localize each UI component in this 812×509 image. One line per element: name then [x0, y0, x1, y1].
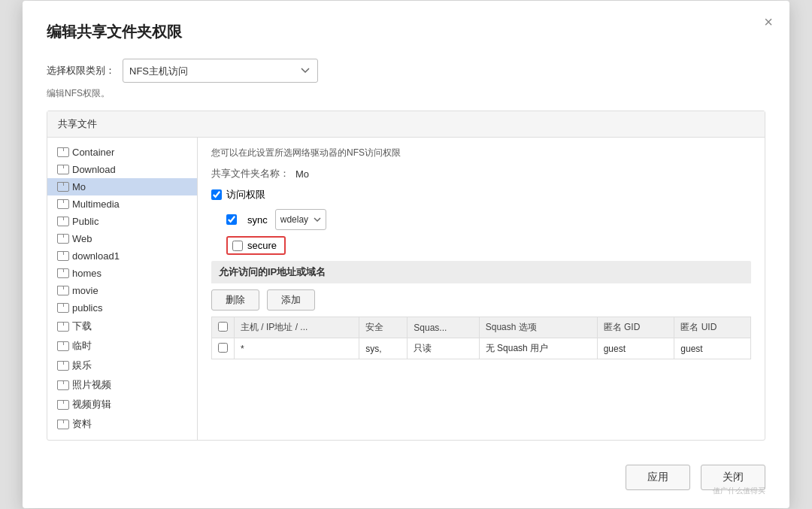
- close-icon[interactable]: ×: [764, 14, 773, 29]
- cell-squash-short: 只读: [408, 338, 479, 359]
- type-label: 选择权限类别：: [47, 64, 115, 77]
- folder-list: ContainerDownloadMoMultimediaPublicWebdo…: [47, 138, 198, 440]
- sync-checkbox[interactable]: [226, 214, 237, 225]
- ip-table: 主机 / IP地址 / ... 安全 Squas... Squash 选项 匿名…: [211, 317, 751, 359]
- delete-button[interactable]: 删除: [211, 289, 259, 311]
- table-row: * sys, 只读 无 Squash 用户 guest guest: [212, 338, 751, 359]
- folder-item[interactable]: 下载: [47, 317, 197, 336]
- allow-section-title: 允许访问的IP地址或域名: [211, 261, 751, 283]
- folder-item[interactable]: Multimedia: [47, 195, 197, 213]
- folder-name: download1: [72, 250, 120, 262]
- col-anon-gid: 匿名 GID: [597, 317, 674, 338]
- allow-ip-section: 允许访问的IP地址或域名 删除 添加 主机 / IP地址 / ... 安全 Sq…: [211, 261, 751, 359]
- section-header: 共享文件: [47, 111, 765, 138]
- shared-folder-section: 共享文件 ContainerDownloadMoMultimediaPublic…: [47, 111, 765, 441]
- row-checkbox[interactable]: [218, 343, 228, 353]
- cell-anon-gid: guest: [597, 338, 674, 359]
- add-button[interactable]: 添加: [267, 289, 315, 311]
- folder-icon: [56, 268, 68, 278]
- col-squash-short: Squas...: [408, 317, 479, 338]
- folder-item[interactable]: 资料: [47, 414, 197, 434]
- dialog-title: 编辑共享文件夹权限: [47, 22, 765, 42]
- right-panel: 您可以在此设置所选网络驱动器的NFS访问权限 共享文件夹名称： Mo 访问权限 …: [198, 138, 765, 440]
- folder-icon: [56, 322, 68, 332]
- folder-name: homes: [72, 268, 102, 279]
- secure-row: secure: [226, 236, 751, 255]
- sync-row: sync wdelay: [226, 209, 751, 230]
- folder-icon: [56, 420, 68, 429]
- folder-name: 下载: [72, 320, 92, 333]
- form-note: 编辑NFS权限。: [47, 87, 765, 100]
- col-squash-option: Squash 选项: [479, 317, 597, 338]
- share-name-value: Mo: [295, 168, 309, 180]
- folder-name: Container: [72, 147, 114, 158]
- folder-item[interactable]: 娱乐: [47, 356, 197, 375]
- folder-item[interactable]: 照片视频: [47, 375, 197, 395]
- dialog-footer: 应用 关闭: [47, 457, 765, 490]
- folder-icon: [56, 182, 68, 192]
- sync-select[interactable]: wdelay: [275, 209, 326, 230]
- folder-icon: [56, 380, 68, 390]
- folder-icon: [56, 400, 68, 410]
- folder-name: Download: [72, 164, 116, 175]
- folder-name: 视频剪辑: [72, 398, 111, 411]
- access-row: 访问权限: [211, 188, 751, 201]
- folder-name: Multimedia: [72, 198, 120, 210]
- folder-item[interactable]: Web: [47, 230, 197, 247]
- type-row: 选择权限类别： NFS主机访问: [47, 59, 765, 83]
- access-label: 访问权限: [226, 188, 265, 201]
- folder-name: Public: [72, 216, 98, 227]
- col-security: 安全: [359, 317, 408, 338]
- folder-icon: [56, 165, 68, 174]
- watermark: 值广什么值得买: [713, 486, 765, 496]
- folder-item[interactable]: 临时: [47, 336, 197, 356]
- folder-icon: [56, 286, 68, 295]
- folder-icon: [56, 217, 68, 226]
- folder-name: movie: [72, 285, 98, 296]
- info-text: 您可以在此设置所选网络驱动器的NFS访问权限: [211, 147, 751, 159]
- folder-item[interactable]: Download: [47, 161, 197, 178]
- folder-name: 娱乐: [72, 359, 92, 372]
- folder-name: Web: [72, 233, 92, 244]
- row-check[interactable]: [212, 338, 235, 359]
- folder-item[interactable]: movie: [47, 282, 197, 299]
- folder-item[interactable]: Mo: [47, 178, 197, 195]
- folder-item[interactable]: download1: [47, 247, 197, 265]
- section-content: ContainerDownloadMoMultimediaPublicWebdo…: [47, 138, 765, 440]
- sync-label: sync: [247, 214, 268, 226]
- select-all-checkbox[interactable]: [218, 322, 228, 332]
- table-header-row: 主机 / IP地址 / ... 安全 Squas... Squash 选项 匿名…: [212, 317, 751, 338]
- folder-item[interactable]: Public: [47, 213, 197, 230]
- apply-button[interactable]: 应用: [626, 465, 690, 490]
- folder-item[interactable]: publics: [47, 299, 197, 317]
- folder-item[interactable]: 视频剪辑: [47, 395, 197, 414]
- cell-host: *: [235, 338, 359, 359]
- folder-item[interactable]: Container: [47, 144, 197, 161]
- edit-dialog: 编辑共享文件夹权限 × 选择权限类别： NFS主机访问 编辑NFS权限。 共享文…: [23, 1, 789, 508]
- share-name-row: 共享文件夹名称： Mo: [211, 167, 751, 180]
- cell-anon-uid: guest: [674, 338, 751, 359]
- folder-name: 照片视频: [72, 378, 111, 392]
- secure-checkbox[interactable]: [232, 241, 243, 251]
- cell-squash-option: 无 Squash 用户: [479, 338, 597, 359]
- folder-icon: [56, 341, 68, 351]
- folder-icon: [56, 199, 68, 209]
- cell-security: sys,: [359, 338, 408, 359]
- col-host: 主机 / IP地址 / ...: [235, 317, 359, 338]
- folder-name: publics: [72, 302, 102, 314]
- secure-box: secure: [226, 236, 286, 255]
- folder-icon: [56, 251, 68, 261]
- folder-icon: [56, 234, 68, 244]
- folder-name: Mo: [72, 181, 86, 192]
- share-name-label: 共享文件夹名称：: [211, 167, 289, 180]
- access-checkbox[interactable]: [211, 189, 222, 200]
- folder-icon: [56, 361, 68, 371]
- table-check-header: [212, 317, 235, 338]
- folder-item[interactable]: homes: [47, 265, 197, 282]
- folder-icon: [56, 147, 68, 157]
- folder-icon: [56, 303, 68, 313]
- type-select[interactable]: NFS主机访问: [123, 59, 318, 83]
- col-anon-uid: 匿名 UID: [674, 317, 751, 338]
- folder-name: 临时: [72, 339, 92, 353]
- secure-label: secure: [247, 240, 277, 251]
